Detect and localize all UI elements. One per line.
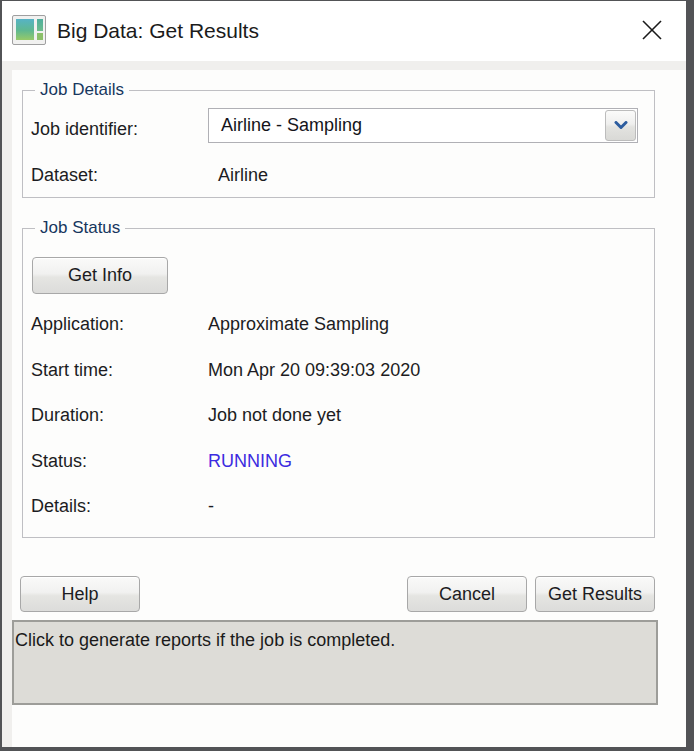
dialog-window: Big Data: Get Results Job Details Job id… (2, 1, 686, 747)
titlebar-divider (2, 61, 686, 70)
status-label: Status: (31, 450, 87, 472)
duration-label: Duration: (31, 404, 104, 426)
app-icon (12, 15, 46, 45)
job-status-legend: Job Status (35, 218, 125, 238)
left-gutter (2, 61, 12, 747)
close-icon (641, 19, 663, 41)
application-value: Approximate Sampling (208, 313, 389, 335)
get-info-button[interactable]: Get Info (32, 257, 168, 294)
job-identifier-value: Airline - Sampling (221, 109, 362, 142)
start-time-value: Mon Apr 20 09:39:03 2020 (208, 359, 420, 381)
cancel-button[interactable]: Cancel (407, 576, 527, 612)
chevron-down-icon (614, 121, 628, 130)
job-details-legend: Job Details (35, 80, 129, 100)
close-button[interactable] (630, 9, 674, 51)
start-time-label: Start time: (31, 359, 113, 381)
help-button[interactable]: Help (20, 576, 140, 612)
details-label: Details: (31, 495, 91, 517)
dataset-label: Dataset: (31, 164, 98, 186)
application-label: Application: (31, 313, 124, 335)
duration-value: Job not done yet (208, 404, 341, 426)
job-identifier-label: Job identifier: (31, 118, 138, 140)
title-bar[interactable]: Big Data: Get Results (2, 1, 686, 61)
combobox-dropdown-button[interactable] (605, 110, 636, 141)
job-status-group: Job Status Get Info Application: Approxi… (22, 228, 655, 538)
status-message-box: Click to generate reports if the job is … (12, 620, 658, 705)
window-title: Big Data: Get Results (57, 1, 259, 61)
job-details-group: Job Details Job identifier: Airline - Sa… (22, 90, 655, 198)
status-message-text: Click to generate reports if the job is … (14, 622, 656, 652)
job-identifier-combobox[interactable]: Airline - Sampling (208, 108, 638, 143)
status-value: RUNNING (208, 450, 292, 472)
get-results-button[interactable]: Get Results (535, 576, 655, 612)
dataset-value: Airline (218, 164, 268, 186)
details-value: - (208, 495, 214, 517)
